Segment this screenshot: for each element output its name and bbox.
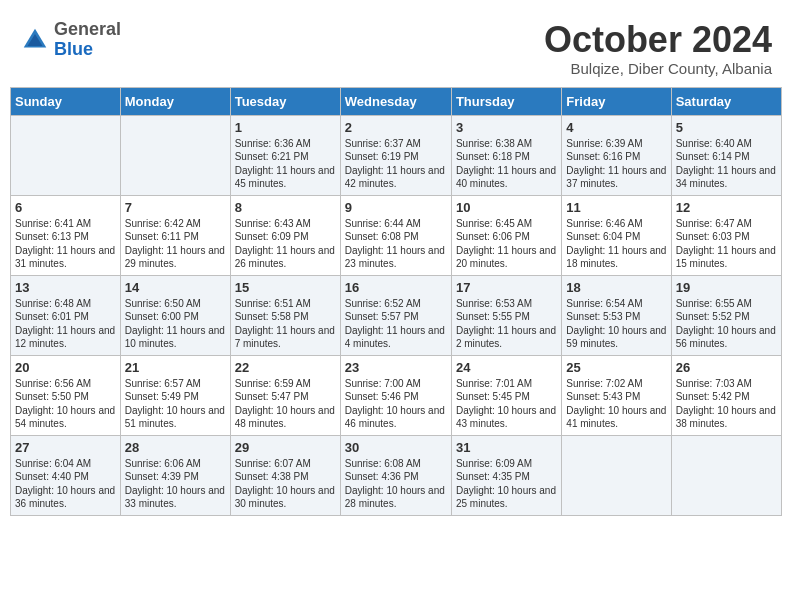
- day-info: Sunrise: 6:52 AMSunset: 5:57 PMDaylight:…: [345, 297, 447, 351]
- calendar-day-cell: 23Sunrise: 7:00 AMSunset: 5:46 PMDayligh…: [340, 355, 451, 435]
- calendar-day-cell: 18Sunrise: 6:54 AMSunset: 5:53 PMDayligh…: [562, 275, 671, 355]
- weekday-header-thursday: Thursday: [451, 87, 561, 115]
- calendar-day-cell: 11Sunrise: 6:46 AMSunset: 6:04 PMDayligh…: [562, 195, 671, 275]
- title-block: October 2024 Bulqize, Diber County, Alba…: [544, 20, 772, 77]
- calendar-day-cell: 16Sunrise: 6:52 AMSunset: 5:57 PMDayligh…: [340, 275, 451, 355]
- day-number: 23: [345, 360, 447, 375]
- weekday-header-sunday: Sunday: [11, 87, 121, 115]
- day-info: Sunrise: 6:59 AMSunset: 5:47 PMDaylight:…: [235, 377, 336, 431]
- day-number: 1: [235, 120, 336, 135]
- calendar-day-cell: 6Sunrise: 6:41 AMSunset: 6:13 PMDaylight…: [11, 195, 121, 275]
- day-number: 18: [566, 280, 666, 295]
- day-info: Sunrise: 6:53 AMSunset: 5:55 PMDaylight:…: [456, 297, 557, 351]
- day-number: 20: [15, 360, 116, 375]
- day-number: 13: [15, 280, 116, 295]
- calendar-day-cell: 13Sunrise: 6:48 AMSunset: 6:01 PMDayligh…: [11, 275, 121, 355]
- weekday-header-saturday: Saturday: [671, 87, 781, 115]
- calendar-day-cell: 10Sunrise: 6:45 AMSunset: 6:06 PMDayligh…: [451, 195, 561, 275]
- logo-blue: Blue: [54, 40, 121, 60]
- day-number: 15: [235, 280, 336, 295]
- calendar-day-cell: 4Sunrise: 6:39 AMSunset: 6:16 PMDaylight…: [562, 115, 671, 195]
- day-number: 16: [345, 280, 447, 295]
- day-number: 24: [456, 360, 557, 375]
- day-number: 8: [235, 200, 336, 215]
- day-info: Sunrise: 6:09 AMSunset: 4:35 PMDaylight:…: [456, 457, 557, 511]
- day-number: 30: [345, 440, 447, 455]
- day-info: Sunrise: 6:39 AMSunset: 6:16 PMDaylight:…: [566, 137, 666, 191]
- day-info: Sunrise: 6:04 AMSunset: 4:40 PMDaylight:…: [15, 457, 116, 511]
- day-number: 5: [676, 120, 777, 135]
- day-number: 12: [676, 200, 777, 215]
- calendar-day-cell: 28Sunrise: 6:06 AMSunset: 4:39 PMDayligh…: [120, 435, 230, 515]
- calendar-day-cell: [11, 115, 121, 195]
- location-subtitle: Bulqize, Diber County, Albania: [544, 60, 772, 77]
- calendar-day-cell: 17Sunrise: 6:53 AMSunset: 5:55 PMDayligh…: [451, 275, 561, 355]
- day-number: 10: [456, 200, 557, 215]
- day-number: 21: [125, 360, 226, 375]
- calendar-day-cell: 30Sunrise: 6:08 AMSunset: 4:36 PMDayligh…: [340, 435, 451, 515]
- day-number: 19: [676, 280, 777, 295]
- day-number: 9: [345, 200, 447, 215]
- day-info: Sunrise: 6:47 AMSunset: 6:03 PMDaylight:…: [676, 217, 777, 271]
- calendar-day-cell: 15Sunrise: 6:51 AMSunset: 5:58 PMDayligh…: [230, 275, 340, 355]
- logo-text: General Blue: [54, 20, 121, 60]
- day-info: Sunrise: 6:51 AMSunset: 5:58 PMDaylight:…: [235, 297, 336, 351]
- day-info: Sunrise: 6:07 AMSunset: 4:38 PMDaylight:…: [235, 457, 336, 511]
- logo: General Blue: [20, 20, 121, 60]
- calendar-day-cell: 8Sunrise: 6:43 AMSunset: 6:09 PMDaylight…: [230, 195, 340, 275]
- weekday-header-monday: Monday: [120, 87, 230, 115]
- day-info: Sunrise: 6:06 AMSunset: 4:39 PMDaylight:…: [125, 457, 226, 511]
- logo-general: General: [54, 20, 121, 40]
- page-header: General Blue October 2024 Bulqize, Diber…: [10, 10, 782, 82]
- day-number: 11: [566, 200, 666, 215]
- day-number: 25: [566, 360, 666, 375]
- day-number: 3: [456, 120, 557, 135]
- day-info: Sunrise: 6:43 AMSunset: 6:09 PMDaylight:…: [235, 217, 336, 271]
- calendar-week-row: 13Sunrise: 6:48 AMSunset: 6:01 PMDayligh…: [11, 275, 782, 355]
- logo-icon: [20, 25, 50, 55]
- day-info: Sunrise: 6:08 AMSunset: 4:36 PMDaylight:…: [345, 457, 447, 511]
- calendar-day-cell: 22Sunrise: 6:59 AMSunset: 5:47 PMDayligh…: [230, 355, 340, 435]
- calendar-day-cell: 29Sunrise: 6:07 AMSunset: 4:38 PMDayligh…: [230, 435, 340, 515]
- calendar-day-cell: 21Sunrise: 6:57 AMSunset: 5:49 PMDayligh…: [120, 355, 230, 435]
- day-info: Sunrise: 6:45 AMSunset: 6:06 PMDaylight:…: [456, 217, 557, 271]
- day-info: Sunrise: 6:54 AMSunset: 5:53 PMDaylight:…: [566, 297, 666, 351]
- day-info: Sunrise: 6:50 AMSunset: 6:00 PMDaylight:…: [125, 297, 226, 351]
- calendar-day-cell: 19Sunrise: 6:55 AMSunset: 5:52 PMDayligh…: [671, 275, 781, 355]
- day-info: Sunrise: 6:37 AMSunset: 6:19 PMDaylight:…: [345, 137, 447, 191]
- calendar-day-cell: 1Sunrise: 6:36 AMSunset: 6:21 PMDaylight…: [230, 115, 340, 195]
- calendar-week-row: 27Sunrise: 6:04 AMSunset: 4:40 PMDayligh…: [11, 435, 782, 515]
- day-info: Sunrise: 6:38 AMSunset: 6:18 PMDaylight:…: [456, 137, 557, 191]
- calendar-day-cell: 26Sunrise: 7:03 AMSunset: 5:42 PMDayligh…: [671, 355, 781, 435]
- calendar-week-row: 20Sunrise: 6:56 AMSunset: 5:50 PMDayligh…: [11, 355, 782, 435]
- calendar-day-cell: 27Sunrise: 6:04 AMSunset: 4:40 PMDayligh…: [11, 435, 121, 515]
- day-info: Sunrise: 7:00 AMSunset: 5:46 PMDaylight:…: [345, 377, 447, 431]
- calendar-day-cell: [671, 435, 781, 515]
- calendar-day-cell: 24Sunrise: 7:01 AMSunset: 5:45 PMDayligh…: [451, 355, 561, 435]
- calendar-day-cell: 2Sunrise: 6:37 AMSunset: 6:19 PMDaylight…: [340, 115, 451, 195]
- weekday-header-wednesday: Wednesday: [340, 87, 451, 115]
- weekday-header-friday: Friday: [562, 87, 671, 115]
- calendar-day-cell: 31Sunrise: 6:09 AMSunset: 4:35 PMDayligh…: [451, 435, 561, 515]
- day-info: Sunrise: 6:56 AMSunset: 5:50 PMDaylight:…: [15, 377, 116, 431]
- day-number: 4: [566, 120, 666, 135]
- day-number: 26: [676, 360, 777, 375]
- calendar-table: SundayMondayTuesdayWednesdayThursdayFrid…: [10, 87, 782, 516]
- day-info: Sunrise: 7:01 AMSunset: 5:45 PMDaylight:…: [456, 377, 557, 431]
- day-number: 27: [15, 440, 116, 455]
- day-info: Sunrise: 6:46 AMSunset: 6:04 PMDaylight:…: [566, 217, 666, 271]
- day-number: 31: [456, 440, 557, 455]
- calendar-day-cell: 25Sunrise: 7:02 AMSunset: 5:43 PMDayligh…: [562, 355, 671, 435]
- day-number: 6: [15, 200, 116, 215]
- day-info: Sunrise: 6:36 AMSunset: 6:21 PMDaylight:…: [235, 137, 336, 191]
- day-info: Sunrise: 6:57 AMSunset: 5:49 PMDaylight:…: [125, 377, 226, 431]
- day-number: 7: [125, 200, 226, 215]
- day-info: Sunrise: 6:42 AMSunset: 6:11 PMDaylight:…: [125, 217, 226, 271]
- calendar-week-row: 1Sunrise: 6:36 AMSunset: 6:21 PMDaylight…: [11, 115, 782, 195]
- weekday-header-row: SundayMondayTuesdayWednesdayThursdayFrid…: [11, 87, 782, 115]
- calendar-day-cell: [120, 115, 230, 195]
- calendar-day-cell: 9Sunrise: 6:44 AMSunset: 6:08 PMDaylight…: [340, 195, 451, 275]
- calendar-day-cell: 14Sunrise: 6:50 AMSunset: 6:00 PMDayligh…: [120, 275, 230, 355]
- day-info: Sunrise: 6:44 AMSunset: 6:08 PMDaylight:…: [345, 217, 447, 271]
- month-year-title: October 2024: [544, 20, 772, 60]
